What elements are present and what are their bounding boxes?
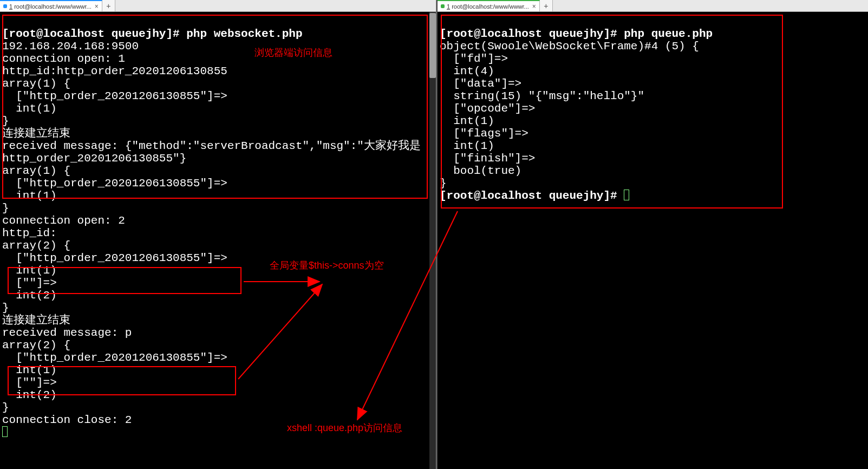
terminal-right[interactable]: [root@localhost queuejhy]# php queue.php… [438, 12, 868, 469]
cursor-icon [2, 426, 8, 437]
terminal-left[interactable]: [root@localhost queuejhy]# php websocket… [0, 12, 436, 469]
tab-right[interactable]: 1 root@localhost:/www/wwwr... × [438, 0, 540, 11]
close-icon[interactable]: × [95, 3, 99, 10]
left-pane: 1 root@localhost:/www/wwwr... × + [root@… [0, 0, 436, 469]
new-tab-button[interactable]: + [540, 0, 553, 11]
status-dot-icon [441, 4, 445, 8]
tabbar-right: 1 root@localhost:/www/wwwr... × + [438, 0, 868, 12]
new-tab-button[interactable]: + [102, 0, 115, 11]
tab-label: 1 root@localhost:/www/wwwr... [9, 3, 92, 10]
tab-left[interactable]: 1 root@localhost:/www/wwwr... × [0, 0, 102, 11]
right-pane: 1 root@localhost:/www/wwwr... × + [root@… [438, 0, 868, 469]
close-icon[interactable]: × [532, 3, 536, 10]
tab-label: 1 root@localhost:/www/wwwr... [447, 3, 529, 10]
tabbar-left: 1 root@localhost:/www/wwwr... × + [0, 0, 436, 12]
status-dot-icon [3, 4, 7, 8]
cursor-icon [624, 190, 629, 200]
scrollbar-left[interactable] [429, 12, 436, 469]
scroll-thumb[interactable] [429, 13, 436, 78]
